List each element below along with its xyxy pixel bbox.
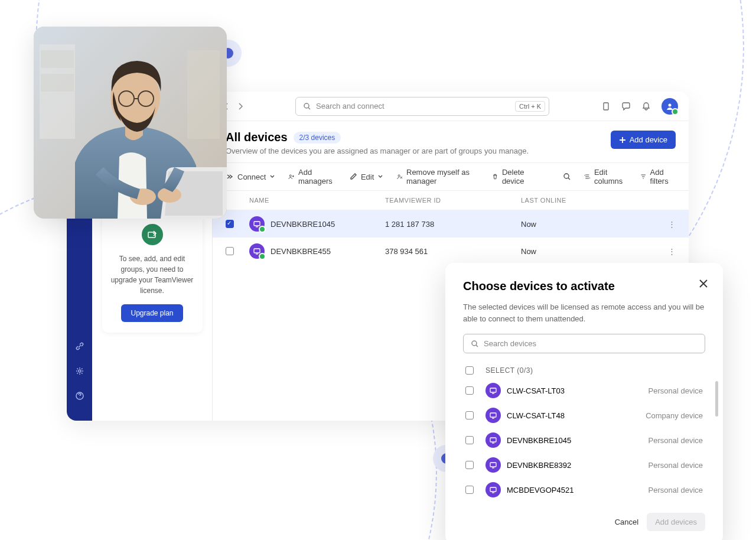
svg-point-12	[472, 341, 477, 346]
device-id: 1 281 187 738	[385, 220, 521, 229]
svg-rect-20	[41, 50, 74, 68]
upgrade-card: To see, add, and edit groups, you need t…	[102, 213, 203, 333]
search-toggle[interactable]	[563, 173, 571, 181]
page-subtitle: Overview of the devices you are assigned…	[226, 147, 529, 155]
nav-forward-icon[interactable]	[237, 102, 243, 110]
avatar[interactable]	[662, 98, 678, 115]
search-shortcut: Ctrl + K	[515, 101, 545, 112]
connect-button[interactable]: Connect	[226, 173, 275, 181]
search-input[interactable]: Search and connect Ctrl + K	[295, 97, 549, 116]
svg-rect-17	[490, 487, 496, 492]
search-placeholder: Search and connect	[316, 102, 384, 110]
svg-point-7	[290, 175, 292, 177]
activate-devices-modal: Choose devices to activate The selected …	[445, 263, 723, 540]
svg-rect-15	[490, 438, 496, 442]
svg-rect-10	[254, 222, 260, 226]
list-item[interactable]: DEVNBKBRE8392 Personal device	[463, 453, 705, 477]
svg-rect-22	[187, 50, 220, 139]
device-icon	[485, 482, 501, 497]
row-checkbox[interactable]	[226, 220, 234, 228]
item-type: Personal device	[649, 486, 703, 495]
device-icon	[485, 408, 501, 423]
device-count-badge: 2/3 devices	[294, 132, 341, 144]
cancel-button[interactable]: Cancel	[615, 518, 638, 526]
row-menu-icon[interactable]: ⋮	[658, 220, 676, 229]
close-icon[interactable]	[698, 278, 709, 289]
device-id: 378 934 561	[385, 247, 521, 256]
svg-point-1	[79, 370, 81, 372]
svg-point-8	[398, 175, 400, 177]
svg-point-6	[669, 103, 672, 106]
col-id[interactable]: TEAMVIEWER ID	[385, 197, 521, 204]
upgrade-button[interactable]: Upgrade plan	[121, 304, 183, 322]
add-devices-button[interactable]: Add devices	[647, 513, 705, 531]
col-name[interactable]: NAME	[249, 197, 385, 204]
svg-rect-14	[490, 413, 496, 417]
device-icon	[485, 383, 501, 398]
svg-point-4	[304, 103, 309, 108]
list-item[interactable]: CLW-CSAT-LT03 Personal device	[463, 378, 705, 403]
item-name: CLW-CSAT-LT48	[507, 411, 565, 420]
scrollbar[interactable]	[715, 381, 718, 417]
svg-rect-5	[604, 103, 608, 110]
add-device-button[interactable]: Add device	[611, 131, 676, 149]
remove-self-button[interactable]: Remove myself as manager	[396, 168, 479, 186]
item-name: CLW-CSAT-LT03	[507, 386, 565, 395]
upgrade-text: To see, add, and edit groups, you need t…	[110, 253, 194, 296]
device-icon	[485, 457, 501, 473]
table-row[interactable]: DEVNBKBRE455 378 934 561 Now ⋮	[213, 238, 689, 265]
sidebar-icon-help[interactable]	[74, 390, 86, 402]
row-checkbox[interactable]	[226, 247, 234, 255]
device-online: Now	[521, 247, 658, 256]
item-checkbox[interactable]	[465, 411, 474, 419]
device-icon	[249, 216, 265, 232]
item-name: MCBDEVGOP4521	[507, 486, 573, 495]
sidebar-icon-gear[interactable]	[74, 365, 86, 377]
item-name: DEVNBKBRE1045	[507, 436, 571, 445]
edit-button[interactable]: Edit	[349, 173, 383, 181]
bell-icon[interactable]	[641, 102, 651, 111]
item-checkbox[interactable]	[465, 436, 474, 444]
svg-rect-13	[490, 388, 496, 392]
list-item[interactable]: MCBDEVGOP4521 Personal device	[463, 477, 705, 502]
item-type: Personal device	[649, 461, 703, 470]
device-name: DEVNBKBRE455	[271, 247, 331, 256]
row-menu-icon[interactable]: ⋮	[658, 247, 676, 256]
device-icon	[485, 432, 501, 448]
modal-desc: The selected devices will be licensed as…	[463, 301, 705, 324]
select-all-checkbox[interactable]	[465, 366, 474, 375]
page-title: All devices	[226, 131, 288, 144]
add-managers-button[interactable]: Add managers	[288, 168, 336, 186]
chevron-down-icon	[377, 174, 383, 180]
search-icon	[303, 102, 311, 110]
select-label: SELECT (0/3)	[485, 366, 533, 375]
device-name: DEVNBKBRE1045	[271, 220, 335, 229]
svg-rect-11	[254, 249, 260, 253]
folder-share-icon	[142, 224, 163, 245]
item-checkbox[interactable]	[465, 386, 474, 395]
device-online: Now	[521, 220, 658, 229]
list-item[interactable]: DEVNBKBRE1045 Personal device	[463, 428, 705, 453]
item-checkbox[interactable]	[465, 486, 474, 494]
hero-photo	[34, 27, 227, 219]
list-item[interactable]: CLW-CSAT-LT48 Company device	[463, 403, 705, 428]
device-icon[interactable]	[601, 102, 611, 111]
col-online[interactable]: LAST ONLINE	[521, 197, 658, 204]
item-type: Personal device	[649, 436, 703, 445]
delete-device-button[interactable]: Delete device	[492, 168, 537, 186]
item-name: DEVNBKBRE8392	[507, 461, 571, 470]
item-type: Personal device	[649, 386, 703, 395]
item-checkbox[interactable]	[465, 461, 474, 469]
table-row[interactable]: DEVNBKBRE1045 1 281 187 738 Now ⋮	[213, 210, 689, 238]
svg-rect-16	[490, 463, 496, 467]
svg-rect-21	[41, 74, 74, 92]
modal-search-input[interactable]: Search devices	[463, 334, 705, 353]
svg-point-9	[564, 174, 569, 178]
sidebar-icon-link[interactable]	[74, 340, 86, 352]
chat-icon[interactable]	[621, 102, 631, 111]
plus-icon	[619, 136, 626, 144]
device-icon	[249, 243, 265, 259]
add-filters-button[interactable]: Add filters	[640, 168, 676, 186]
chevron-down-icon	[269, 174, 275, 180]
edit-columns-button[interactable]: Edit columns	[584, 168, 627, 186]
